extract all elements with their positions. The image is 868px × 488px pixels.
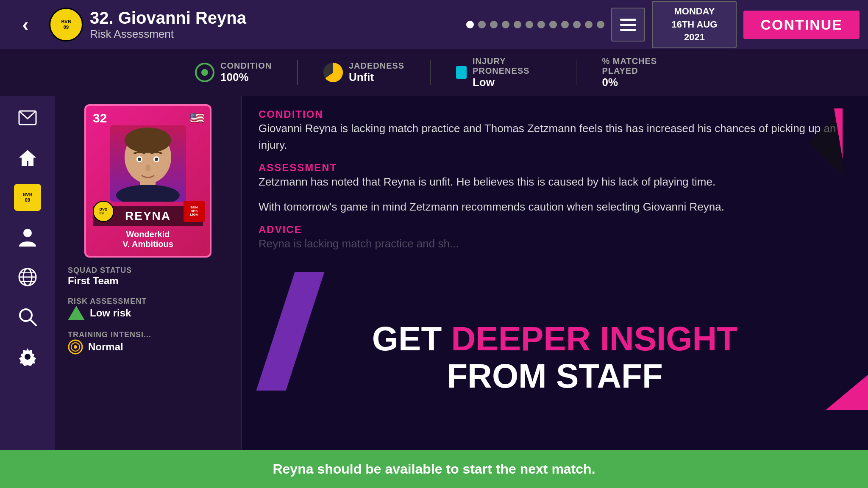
dot-7[interactable] — [537, 21, 545, 28]
promo-overlay: GET DEEPER INSIGHT FROM STAFF — [242, 320, 868, 395]
risk-value: Low risk — [90, 307, 131, 319]
card-photo — [110, 125, 186, 202]
assessment-section-label: ASSESSMENT — [259, 162, 851, 174]
condition-label: CONDITION — [220, 61, 272, 71]
continue-button[interactable]: CONTINUE — [743, 11, 860, 39]
dot-4[interactable] — [502, 21, 509, 28]
matches-value: 0% — [602, 76, 682, 89]
sidebar-icon-person[interactable] — [14, 224, 41, 251]
dot-1[interactable] — [466, 21, 474, 28]
jadedness-label: JADEDNESS — [349, 61, 404, 71]
svg-point-19 — [155, 158, 158, 161]
dot-8[interactable] — [549, 21, 557, 28]
stats-bar: CONDITION 100% JADEDNESS Unfit INJURY PR… — [0, 49, 868, 96]
matches-label: % MATCHES PLAYED — [602, 56, 682, 76]
card-attr-1: Wonderkid — [93, 230, 203, 239]
condition-value: 100% — [220, 71, 272, 84]
corner-decor-top-right — [809, 108, 843, 178]
svg-point-20 — [145, 164, 150, 171]
dot-11[interactable] — [585, 21, 593, 28]
svg-point-15 — [116, 185, 180, 202]
dot-9[interactable] — [561, 21, 569, 28]
stat-separator-3 — [576, 60, 577, 85]
card-number: 32 — [93, 111, 107, 125]
advice-section-text: Reyna is lacking match practice and sh..… — [259, 236, 851, 252]
advice-section: ADVICE Reyna is lacking match practice a… — [259, 224, 851, 252]
condition-section-text: Giovanni Reyna is lacking match practice… — [259, 120, 851, 153]
jadedness-stat: JADEDNESS Unfit — [323, 61, 404, 84]
club-logo: BVB09 — [49, 8, 83, 42]
jadedness-value: Unfit — [349, 71, 404, 84]
slash-decoration — [256, 272, 325, 391]
injury-label: INJURY PRONENESS — [473, 56, 551, 76]
training-label: TRAINING INTENSI... — [68, 330, 228, 339]
injury-value: Low — [473, 76, 551, 89]
sidebar-icon-settings[interactable] — [14, 343, 41, 370]
jadedness-icon — [323, 63, 343, 82]
player-panel: 32 🇺🇸 — [55, 96, 242, 450]
date-display: MONDAY 16TH AUG 2021 — [652, 1, 737, 48]
menu-line-3 — [620, 29, 636, 31]
dot-3[interactable] — [490, 21, 498, 28]
advice-section-label: ADVICE — [259, 224, 851, 236]
bottom-bar: Reyna should be available to start the n… — [0, 450, 868, 488]
promo-from-staff: FROM STAFF — [242, 358, 868, 395]
risk-icon — [68, 306, 85, 320]
card-attributes: Wonderkid V. Ambitious — [93, 230, 203, 249]
training-icon — [68, 339, 83, 355]
player-name: 32. Giovanni Reyna — [90, 8, 459, 28]
squad-status-value: First Team — [68, 275, 228, 287]
card-attr-2: V. Ambitious — [93, 239, 203, 249]
svg-line-9 — [30, 319, 36, 325]
assessment-section-text: Zetzmann has noted that Reyna is unfit. … — [259, 174, 851, 190]
player-stats: SQUAD STATUS First Team RISK ASSESSMENT … — [64, 266, 232, 355]
svg-point-13 — [125, 128, 171, 153]
stat-separator-1 — [297, 60, 298, 85]
assessment-section: ASSESSMENT Zetzmann has noted that Reyna… — [259, 162, 851, 190]
squad-status-label: SQUAD STATUS — [68, 266, 228, 275]
sidebar-icon-globe[interactable] — [14, 263, 41, 291]
condition-stat: CONDITION 100% — [195, 61, 272, 84]
svg-point-11 — [25, 354, 31, 360]
training-value: Normal — [88, 341, 123, 353]
svg-point-18 — [138, 158, 141, 161]
dot-2[interactable] — [478, 21, 486, 28]
main-content: BVB09 — [0, 96, 868, 450]
dots-nav — [466, 21, 604, 28]
injury-icon — [456, 66, 467, 79]
promo-deeper-insight: DEEPER INSIGHT — [451, 320, 738, 358]
dot-5[interactable] — [514, 21, 521, 28]
dot-10[interactable] — [573, 21, 581, 28]
training-row: Normal — [68, 339, 228, 355]
card-flag: 🇺🇸 — [190, 111, 205, 125]
corner-decor-right — [826, 325, 868, 412]
condition-section: CONDITION Giovanni Reyna is lacking matc… — [259, 108, 851, 153]
left-sidebar: BVB09 — [0, 96, 55, 450]
top-bar: ‹ BVB09 32. Giovanni Reyna Risk Assessme… — [0, 0, 868, 49]
section-name: Risk Assessment — [90, 28, 459, 41]
squad-status-item: SQUAD STATUS First Team — [68, 266, 228, 287]
back-button[interactable]: ‹ — [8, 8, 42, 42]
svg-marker-24 — [826, 368, 868, 410]
dot-12[interactable] — [597, 21, 604, 28]
risk-row: Low risk — [68, 306, 228, 320]
condition-section-label: CONDITION — [259, 108, 851, 120]
sidebar-icon-club[interactable]: BVB09 — [14, 184, 41, 211]
matches-stat: % MATCHES PLAYED 0% — [602, 56, 682, 89]
caution-text: With tomorrow's game in mind Zetzmann re… — [259, 199, 851, 215]
sidebar-icon-home[interactable] — [14, 144, 41, 171]
card-league-badge: BUNDESLIGA — [184, 201, 205, 222]
risk-item: RISK ASSESSMENT Low risk — [68, 297, 228, 320]
main-panel: CONDITION Giovanni Reyna is lacking matc… — [242, 96, 868, 450]
stat-separator-2 — [430, 60, 431, 85]
menu-button[interactable] — [611, 8, 645, 42]
svg-marker-1 — [19, 150, 36, 166]
sidebar-icon-search[interactable] — [14, 303, 41, 330]
promo-get: GET — [372, 320, 451, 358]
svg-point-23 — [74, 345, 77, 349]
sidebar-icon-mail[interactable] — [14, 104, 41, 131]
menu-line-2 — [620, 24, 636, 26]
svg-point-2 — [23, 229, 32, 237]
dot-6[interactable] — [526, 21, 533, 28]
player-card: 32 🇺🇸 — [84, 104, 211, 258]
